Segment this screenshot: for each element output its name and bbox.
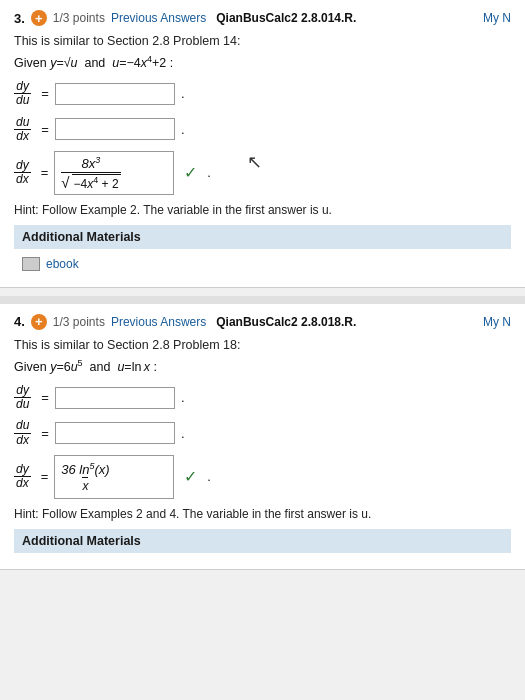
dy-dx-row-3: dy dx = 8x3 √ −4x4 + 2 ✓ . ↖ [14, 151, 511, 195]
fraction-den-dy-dx-3: dx [14, 173, 31, 186]
cursor-arrow-3: ↖ [247, 151, 262, 173]
similar-text-4: This is similar to Section 2.8 Problem 1… [14, 338, 511, 352]
additional-materials-label-4: Additional Materials [22, 534, 141, 548]
dy-du-row-4: dy du = . [14, 384, 511, 411]
my-notes-4[interactable]: My N [483, 315, 511, 329]
course-code-3: QianBusCalc2 2.8.014.R. [216, 11, 356, 25]
problem-3: 3. + 1/3 points Previous Answers QianBus… [0, 0, 525, 288]
answer-formula-4: 36 ln5(x) x [61, 461, 109, 493]
sqrt-symbol-3: √ [61, 174, 69, 191]
given-formula-4: y=6u5 and u=ln x : [50, 360, 157, 374]
ebook-label-3[interactable]: ebook [46, 257, 79, 271]
problems-container: 3. + 1/3 points Previous Answers QianBus… [0, 0, 525, 570]
checkmark-3: ✓ [184, 163, 197, 182]
fraction-num-dy-du-4: dy [14, 384, 31, 398]
fraction-den-dy-du-4: du [14, 398, 31, 411]
equals-sign-3-3: = [41, 165, 49, 180]
prev-answers-3[interactable]: Previous Answers [111, 11, 206, 25]
dot-3-4: . [207, 469, 211, 484]
fraction-du-dx-4: du dx [14, 419, 31, 446]
dy-du-input-4[interactable] [55, 387, 175, 409]
equals-sign-3-4: = [41, 469, 49, 484]
dot-2-3: . [181, 122, 185, 137]
my-notes-3[interactable]: My N [483, 11, 511, 25]
fraction-num-dy-du-3: dy [14, 80, 31, 94]
dy-du-input-3[interactable] [55, 83, 175, 105]
ebook-row-3[interactable]: ebook [14, 253, 511, 275]
prev-answers-4[interactable]: Previous Answers [111, 315, 206, 329]
problem-3-points: 1/3 points [53, 11, 105, 25]
problem-4-number: 4. [14, 314, 25, 329]
denominator-x-4: x [82, 479, 88, 493]
problem-4: 4. + 1/3 points Previous Answers QianBus… [0, 304, 525, 570]
equals-sign-1-4: = [41, 390, 49, 405]
du-dx-row-4: du dx = . [14, 419, 511, 446]
answer-formula-3: 8x3 √ −4x4 + 2 [61, 155, 120, 190]
fraction-den-dy-du-3: du [14, 94, 31, 107]
answer-box-4: 36 ln5(x) x [54, 455, 174, 499]
problem-4-header: 4. + 1/3 points Previous Answers QianBus… [14, 314, 511, 330]
plus-icon-3: + [31, 10, 47, 26]
dot-1-4: . [181, 390, 185, 405]
fraction-num-dy-dx-4: dy [14, 463, 31, 477]
course-code-4: QianBusCalc2 2.8.018.R. [216, 315, 356, 329]
equals-sign-1-3: = [41, 86, 49, 101]
fraction-dy-dx-4: dy dx [14, 463, 31, 490]
checkmark-4: ✓ [184, 467, 197, 486]
problem-3-header: 3. + 1/3 points Previous Answers QianBus… [14, 10, 511, 26]
fraction-dy-du-3: dy du [14, 80, 31, 107]
formula-numerator-3: 8x3 [82, 155, 101, 171]
formula-numerator-4: 36 ln5(x) [61, 461, 109, 477]
divider [0, 296, 525, 304]
fraction-du-dx-3: du dx [14, 116, 31, 143]
problem-3-number: 3. [14, 11, 25, 26]
equals-sign-2-4: = [41, 426, 49, 441]
du-dx-row-3: du dx = . [14, 116, 511, 143]
fraction-num-du-dx-3: du [14, 116, 31, 130]
problem-4-points: 1/3 points [53, 315, 105, 329]
hint-4: Hint: Follow Examples 2 and 4. The varia… [14, 507, 511, 521]
formula-denominator-3: √ −4x4 + 2 [61, 172, 120, 191]
dot-1-3: . [181, 86, 185, 101]
answer-box-3: 8x3 √ −4x4 + 2 [54, 151, 174, 195]
fraction-den-du-dx-3: dx [14, 130, 31, 143]
dot-2-4: . [181, 426, 185, 441]
ebook-icon-3 [22, 257, 40, 271]
formula-denominator-4: x [82, 477, 88, 493]
dy-du-row-3: dy du = . [14, 80, 511, 107]
du-dx-input-3[interactable] [55, 118, 175, 140]
du-dx-input-4[interactable] [55, 422, 175, 444]
plus-icon-4: + [31, 314, 47, 330]
dot-3-3: . [207, 165, 211, 180]
given-text-3: Given y=√u and u=−4x4+2 : [14, 54, 511, 70]
fraction-den-du-dx-4: dx [14, 434, 31, 447]
fraction-dy-du-4: dy du [14, 384, 31, 411]
fraction-num-du-dx-4: du [14, 419, 31, 433]
given-formula-3: y=√u and u=−4x4+2 : [50, 56, 173, 70]
hint-3: Hint: Follow Example 2. The variable in … [14, 203, 511, 217]
fraction-num-dy-dx-3: dy [14, 159, 31, 173]
additional-materials-label-3: Additional Materials [22, 230, 141, 244]
additional-materials-bar-4: Additional Materials [14, 529, 511, 553]
dy-dx-row-4: dy dx = 36 ln5(x) x ✓ . [14, 455, 511, 499]
given-text-4: Given y=6u5 and u=ln x : [14, 358, 511, 374]
fraction-dy-dx-3: dy dx [14, 159, 31, 186]
sqrt-content-3: −4x4 + 2 [72, 174, 121, 191]
equals-sign-2-3: = [41, 122, 49, 137]
additional-materials-bar-3: Additional Materials [14, 225, 511, 249]
fraction-den-dy-dx-4: dx [14, 477, 31, 490]
similar-text-3: This is similar to Section 2.8 Problem 1… [14, 34, 511, 48]
